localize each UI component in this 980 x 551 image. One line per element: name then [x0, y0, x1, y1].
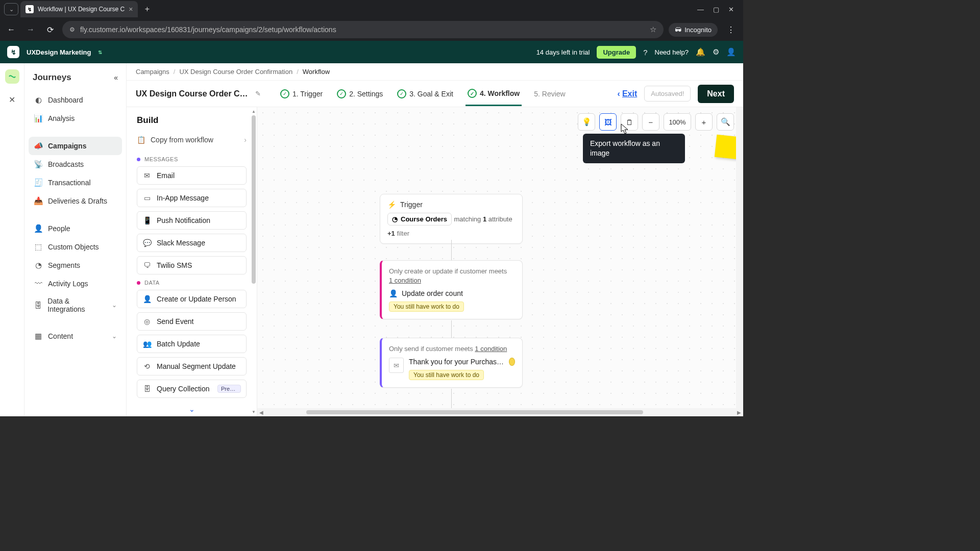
zoom-level[interactable]: 100%	[664, 113, 691, 131]
sidenav-item-analysis[interactable]: 📊Analysis	[29, 109, 122, 128]
block-label: Push Notification	[157, 216, 210, 224]
sticky-note-button[interactable]: 🗒	[621, 113, 638, 131]
rail-journeys-icon[interactable]	[5, 69, 19, 84]
back-button[interactable]: ←	[4, 25, 18, 34]
workspace-switcher-icon[interactable]: ⇅	[98, 49, 102, 55]
browser-menu-icon[interactable]: ⋮	[723, 25, 739, 35]
sidenav-item-activity[interactable]: 〰Activity Logs	[29, 274, 122, 292]
step-label: 3. Goal & Exit	[409, 90, 453, 98]
nav-label: Campaigns	[48, 142, 86, 150]
app-logo[interactable]: ↯	[7, 46, 19, 58]
step-review[interactable]: 5. Review	[532, 82, 567, 106]
condition-link[interactable]: 1 condition	[475, 345, 507, 353]
sidenav-item-content[interactable]: ▦Content⌄	[29, 327, 122, 345]
crumb-campaign-name[interactable]: UX Design Course Order Confirmation	[179, 68, 292, 76]
address-bar[interactable]: ⚙ fly.customer.io/workspaces/160831/jour…	[62, 21, 664, 38]
edge	[451, 240, 452, 260]
workspace-name[interactable]: UXDesign Marketing	[27, 48, 91, 56]
canvas-hscrollbar[interactable]: ◀ ▶	[257, 408, 743, 416]
person-icon: 👤	[34, 224, 43, 233]
window-close-icon[interactable]: ✕	[728, 6, 734, 13]
block-push[interactable]: 📱Push Notification	[137, 211, 247, 230]
sidenav-item-campaigns[interactable]: 📣Campaigns	[29, 137, 122, 155]
node-trigger[interactable]: ⚡Trigger ◔Course Orders matching 1 attri…	[380, 194, 523, 244]
next-button[interactable]: Next	[698, 85, 734, 103]
block-batch[interactable]: 👥Batch Update	[137, 335, 247, 353]
scroll-thumb[interactable]	[252, 115, 256, 284]
sidenav-item-segments[interactable]: ◔Segments	[29, 256, 122, 274]
block-twilio[interactable]: 🗨Twilio SMS	[137, 256, 247, 274]
window-maximize-icon[interactable]: ▢	[713, 6, 719, 13]
block-send-event[interactable]: ◎Send Event	[137, 312, 247, 331]
step-label: 5. Review	[534, 90, 565, 98]
sidenav-item-dashboard[interactable]: ◐Dashboard	[29, 91, 122, 109]
exit-label: Exit	[622, 89, 637, 98]
clipboard-icon: 📋	[137, 136, 145, 144]
export-image-button[interactable]: 🖼	[599, 113, 617, 131]
block-email[interactable]: ✉Email	[137, 166, 247, 185]
browser-tab[interactable]: ↯ Workflow | UX Design Course C ×	[20, 1, 138, 17]
rail-secondary-icon[interactable]: ✕	[7, 94, 18, 105]
sidenav-item-transactional[interactable]: 🧾Transactional	[29, 173, 122, 192]
copy-from-workflow[interactable]: 📋 Copy from workflow ›	[137, 133, 247, 151]
window-minimize-icon[interactable]: —	[697, 6, 704, 13]
zoom-out-button[interactable]: −	[642, 113, 659, 131]
workflow-canvas[interactable]: 💡 🖼 🗒 − 100% + 🔍 Export workflow as an i…	[257, 107, 743, 416]
node-update-person[interactable]: Only create or update if customer meets1…	[380, 260, 523, 319]
tab-search-button[interactable]: ⌄	[4, 3, 18, 15]
trial-text: 14 days left in trial	[536, 48, 590, 56]
zoom-in-button[interactable]: +	[695, 113, 713, 131]
block-manual-segment[interactable]: ⟲Manual Segment Update	[137, 357, 247, 375]
search-canvas-button[interactable]: 🔍	[717, 113, 734, 131]
reload-button[interactable]: ⟳	[43, 25, 57, 35]
help-icon[interactable]: ?	[643, 48, 647, 57]
scroll-right-icon[interactable]: ▶	[735, 410, 743, 415]
need-help-label[interactable]: Need help?	[655, 48, 689, 56]
crumb-campaigns[interactable]: Campaigns	[136, 68, 169, 76]
copy-label: Copy from workflow	[151, 136, 213, 144]
sidenav-item-broadcasts[interactable]: 📡Broadcasts	[29, 155, 122, 173]
sidenav-item-data[interactable]: 🗄Data & Integrations⌄	[29, 292, 122, 318]
step-workflow[interactable]: ✓4. Workflow	[465, 81, 522, 106]
incognito-chip[interactable]: 🕶 Incognito	[669, 23, 718, 37]
site-info-icon[interactable]: ⚙	[69, 26, 75, 33]
block-query-collection[interactable]: 🗄Query CollectionPremi…	[137, 380, 247, 398]
build-scrollbar[interactable]: ▲ ▼	[252, 109, 256, 414]
edit-title-icon[interactable]: ✎	[255, 90, 261, 97]
exit-link[interactable]: ‹Exit	[618, 89, 638, 98]
bookmark-icon[interactable]: ☆	[650, 25, 656, 34]
block-slack[interactable]: 💬Slack Message	[137, 234, 247, 252]
canvas-toolbar: 💡 🖼 🗒 − 100% + 🔍	[578, 113, 734, 131]
block-inapp[interactable]: ▭In-App Message	[137, 189, 247, 207]
edge	[451, 389, 452, 409]
block-label: Query Collection	[157, 385, 210, 393]
account-icon[interactable]: 👤	[726, 47, 736, 57]
node-email[interactable]: Only send if customer meets 1 condition …	[380, 338, 523, 388]
canvas-vscrollbar[interactable]	[736, 107, 743, 408]
scroll-down-icon[interactable]: ▼	[252, 410, 256, 414]
tab-close-icon[interactable]: ×	[129, 5, 133, 13]
condition-link[interactable]: 1 condition	[389, 277, 421, 284]
filter-text[interactable]: +1 filter	[387, 230, 515, 237]
page-title: UX Design Course Order Confir…	[136, 89, 248, 98]
settings-icon[interactable]: ⚙	[713, 47, 719, 57]
sidenav-item-people[interactable]: 👤People	[29, 219, 122, 238]
block-create-person[interactable]: 👤Create or Update Person	[137, 290, 247, 308]
step-trigger[interactable]: ✓1. Trigger	[278, 82, 325, 106]
new-tab-button[interactable]: +	[140, 2, 154, 16]
scroll-left-icon[interactable]: ◀	[257, 410, 265, 415]
forward-button[interactable]: →	[23, 25, 38, 34]
scroll-thumb[interactable]	[306, 410, 643, 414]
nav-label: Deliveries & Drafts	[48, 197, 107, 205]
segment-pill[interactable]: ◔Course Orders	[387, 213, 452, 226]
lightbulb-button[interactable]: 💡	[578, 113, 595, 131]
step-settings[interactable]: ✓2. Settings	[335, 82, 385, 106]
notifications-icon[interactable]: 🔔	[696, 47, 705, 57]
build-expand-icon[interactable]: ⌄	[137, 402, 247, 416]
step-goal[interactable]: ✓3. Goal & Exit	[395, 82, 455, 106]
sidenav-item-custom-objects[interactable]: ⬚Custom Objects	[29, 238, 122, 256]
upgrade-button[interactable]: Upgrade	[597, 46, 636, 59]
collapse-sidenav-icon[interactable]: «	[114, 73, 118, 82]
refresh-icon: ⟲	[142, 362, 152, 370]
sidenav-item-deliveries[interactable]: 📥Deliveries & Drafts	[29, 192, 122, 210]
